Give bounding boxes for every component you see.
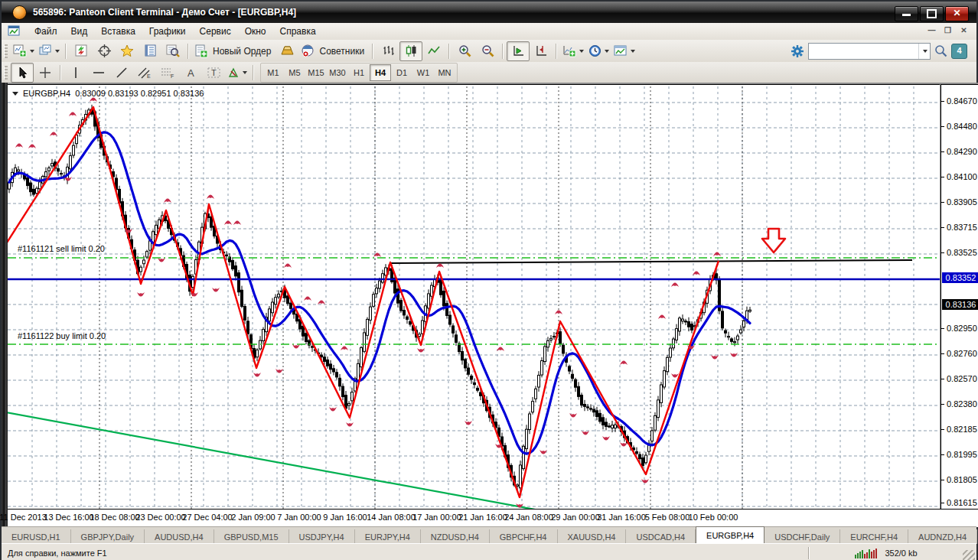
- chart-tab[interactable]: EURJPY,H4: [355, 529, 421, 544]
- menu-item[interactable]: Справка: [273, 24, 323, 38]
- advisors-button[interactable]: Советники: [298, 41, 369, 61]
- timeframe-button[interactable]: MN: [434, 64, 455, 81]
- clock-icon: [588, 44, 601, 57]
- chart-tab[interactable]: USDCAD,H4: [626, 529, 696, 544]
- mdi-close-icon[interactable]: ✕: [957, 25, 970, 37]
- sell-limit-order-label[interactable]: #1161121 sell limit 0.20: [18, 244, 105, 253]
- buy-limit-order-label[interactable]: #1161122 buy limit 0.20: [18, 331, 106, 340]
- tick-chart-button[interactable]: [70, 41, 93, 61]
- zoom-in-button[interactable]: [453, 41, 476, 61]
- arrows-button[interactable]: [225, 63, 249, 83]
- crosshair-target-button[interactable]: [93, 41, 116, 61]
- price-axis-label: 0.82570: [947, 374, 977, 383]
- minimize-button[interactable]: [895, 6, 918, 21]
- svg-text:F: F: [171, 73, 174, 79]
- timeframe-button[interactable]: D1: [391, 64, 412, 81]
- close-button[interactable]: ✕: [945, 6, 969, 21]
- menu-item[interactable]: Сервис: [193, 24, 238, 38]
- favorites-button[interactable]: [116, 41, 139, 61]
- price-tick: [941, 202, 944, 203]
- crosshair-button[interactable]: [34, 63, 57, 83]
- text-icon: A: [185, 67, 197, 79]
- bar-chart-button[interactable]: [377, 41, 399, 61]
- chart-tab[interactable]: AUDNZD,H4: [908, 529, 977, 544]
- profiles-button[interactable]: [37, 41, 62, 61]
- time-axis-label: 17 Jan 00:00: [412, 513, 461, 522]
- market-watch-button[interactable]: [139, 41, 161, 61]
- candlestick-chart-button[interactable]: [399, 41, 422, 61]
- timeframe-button[interactable]: M5: [284, 64, 305, 81]
- templates-button[interactable]: [611, 41, 637, 61]
- chart-tab[interactable]: USDCHF,Daily: [764, 529, 840, 544]
- price-axis[interactable]: 0.846700.844800.842900.841000.839050.837…: [941, 84, 978, 510]
- time-axis-label: 24 Jan 08:00: [504, 513, 553, 522]
- crosshair-icon: [39, 67, 51, 79]
- symbol-collapse-icon[interactable]: [12, 92, 18, 96]
- chart-tab[interactable]: GBPUSD,M15: [214, 529, 289, 544]
- text-label-button[interactable]: T: [202, 63, 225, 83]
- toolbar-grip[interactable]: [4, 44, 8, 58]
- time-axis-label: 2 Jan 09:00: [231, 513, 275, 522]
- menu-item[interactable]: Графики: [142, 24, 193, 38]
- search-icon[interactable]: [934, 44, 947, 57]
- periods-button[interactable]: [586, 41, 611, 61]
- chart-tab[interactable]: USDJPY,H4: [289, 529, 355, 544]
- current-price-tag: 0.83136: [942, 299, 978, 310]
- zoom-out-button[interactable]: [476, 41, 499, 61]
- cursor-button[interactable]: [11, 63, 34, 83]
- horizontal-line-button[interactable]: [87, 63, 110, 83]
- timeframe-button[interactable]: M15: [305, 64, 327, 81]
- timeframe-button[interactable]: H1: [348, 64, 370, 81]
- new-order-button[interactable]: Новый Ордер: [192, 41, 275, 61]
- notification-badge[interactable]: 4: [951, 44, 967, 59]
- app-logo-icon: [12, 5, 27, 20]
- menu-item[interactable]: Вид: [64, 24, 95, 38]
- time-axis-label: 13 Dec 16:00: [44, 513, 93, 522]
- text-button[interactable]: A: [179, 63, 202, 83]
- chart-tab[interactable]: EURUSD,H1: [2, 529, 71, 544]
- fibonacci-button[interactable]: F: [156, 63, 179, 83]
- chart-canvas[interactable]: [8, 85, 940, 510]
- time-axis-label: 29 Jan 00:00: [551, 513, 600, 522]
- new-chart-button[interactable]: [11, 41, 37, 61]
- resize-grip[interactable]: [963, 550, 975, 560]
- indicators-button[interactable]: [560, 41, 586, 61]
- chart-tab[interactable]: NZDUSD,H4: [421, 529, 490, 544]
- chart-tab[interactable]: AUDUSD,H4: [145, 529, 214, 544]
- chart-tab[interactable]: GBPCHF,H4: [490, 529, 558, 544]
- chart-tab[interactable]: GBPJPY,Daily: [71, 529, 145, 544]
- status-bar: Для справки, нажмите F1 352/0 kb: [2, 543, 976, 560]
- price-axis-label: 0.82950: [947, 324, 977, 333]
- chart-plot-area[interactable]: EURGBP,H4 0.83009 0.83193 0.82951 0.8313…: [8, 84, 940, 510]
- timeframe-button[interactable]: W1: [412, 64, 434, 81]
- terminal-button[interactable]: [275, 41, 298, 61]
- vertical-line-button[interactable]: [64, 63, 87, 83]
- equidistant-channel-button[interactable]: E: [133, 63, 156, 83]
- maximize-button[interactable]: [920, 6, 944, 21]
- price-tick: [941, 503, 944, 503]
- trendline-button[interactable]: [110, 63, 133, 83]
- data-window-button[interactable]: [161, 41, 184, 61]
- menu-item[interactable]: Вставка: [94, 24, 142, 38]
- chart-tab[interactable]: XAUUSD,H4: [558, 529, 627, 544]
- timeframe-button[interactable]: H4: [370, 64, 391, 81]
- time-axis-label: 27 Dec 04:00: [182, 513, 232, 522]
- gear-icon[interactable]: [791, 44, 804, 58]
- dropdown-arrow-icon: [30, 50, 34, 53]
- time-axis[interactable]: 11 Dec 201313 Dec 16:0018 Dec 08:0023 De…: [8, 509, 978, 527]
- chart-tab[interactable]: EURGBP,H4: [696, 526, 764, 544]
- toolbar-grip[interactable]: [4, 66, 8, 80]
- menu-item[interactable]: Окно: [238, 24, 273, 38]
- menu-item[interactable]: Файл: [28, 24, 64, 38]
- timeframe-button[interactable]: M30: [327, 64, 348, 81]
- chart-tab[interactable]: EURCHF,H4: [840, 529, 908, 544]
- line-chart-button[interactable]: [422, 41, 445, 61]
- mdi-restore-icon[interactable]: ❐: [941, 25, 954, 37]
- search-input[interactable]: [809, 45, 918, 57]
- chart-shift-button[interactable]: [530, 41, 553, 61]
- timeframe-button[interactable]: M1: [262, 64, 284, 81]
- time-axis-label: 11 Dec 2013: [0, 513, 47, 522]
- mdi-minimize-icon[interactable]: —: [925, 25, 938, 37]
- search-dropdown-button[interactable]: [918, 44, 930, 59]
- auto-scroll-button[interactable]: [507, 41, 530, 61]
